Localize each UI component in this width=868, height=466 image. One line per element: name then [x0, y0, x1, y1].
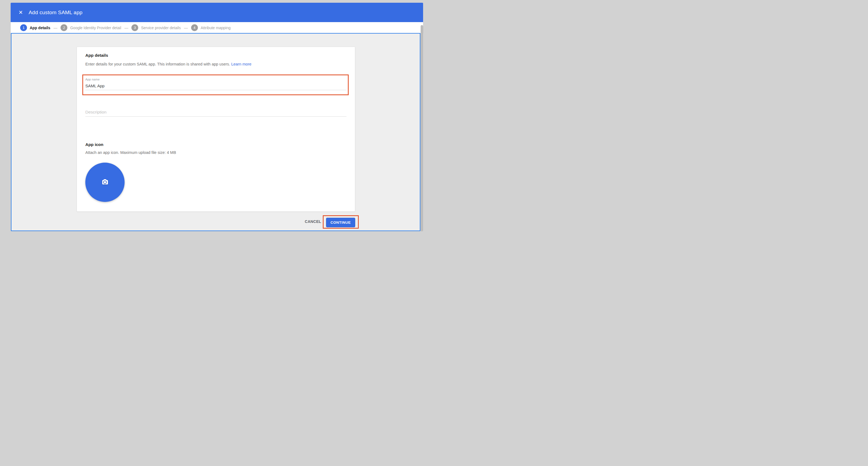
step-4-circle: 4 [191, 24, 198, 31]
step-separator: — [184, 26, 188, 30]
section-description-text: Enter details for your custom SAML app. … [85, 62, 230, 66]
app-name-field-label: App name [85, 78, 99, 81]
cancel-button[interactable]: CANCEL [303, 219, 323, 224]
dialog-header: ✕ Add custom SAML app [11, 3, 423, 22]
step-service-provider-details: 3 Service provider details [131, 24, 181, 31]
continue-button[interactable]: CONTINUE [326, 218, 355, 227]
learn-more-link[interactable]: Learn more [231, 62, 251, 66]
vertical-scrollbar-thumb[interactable] [421, 25, 423, 231]
step-app-details: 1 App details [20, 24, 50, 31]
section-description: Enter details for your custom SAML app. … [85, 62, 251, 66]
step-1-label: App details [30, 26, 50, 30]
step-separator: — [54, 26, 57, 30]
step-separator: — [124, 26, 128, 30]
dialog-title: Add custom SAML app [29, 9, 82, 16]
step-3-label: Service provider details [141, 26, 181, 30]
section-title: App details [85, 53, 108, 58]
app-name-input[interactable] [85, 82, 346, 90]
app-icon-title: App icon [85, 142, 103, 147]
description-input[interactable] [85, 108, 346, 117]
step-attribute-mapping: 4 Attribute mapping [191, 24, 230, 31]
step-2-circle: 2 [61, 24, 67, 31]
step-1-circle: 1 [20, 24, 27, 31]
app-icon-upload-button[interactable] [85, 163, 125, 202]
step-4-label: Attribute mapping [200, 26, 230, 30]
app-details-card: App details Enter details for your custo… [76, 47, 355, 212]
app-icon-description: Attach an app icon. Maximum upload file … [85, 150, 176, 155]
step-3-circle: 3 [131, 24, 138, 31]
close-icon[interactable]: ✕ [18, 10, 24, 15]
step-2-label: Google Identity Provider details [70, 26, 121, 30]
step-google-idp-details: 2 Google Identity Provider details [61, 24, 121, 31]
camera-icon [102, 180, 108, 184]
screen: ✕ Add custom SAML app 1 App details — 2 … [0, 0, 434, 233]
wizard-stepper: 1 App details — 2 Google Identity Provid… [11, 22, 423, 33]
